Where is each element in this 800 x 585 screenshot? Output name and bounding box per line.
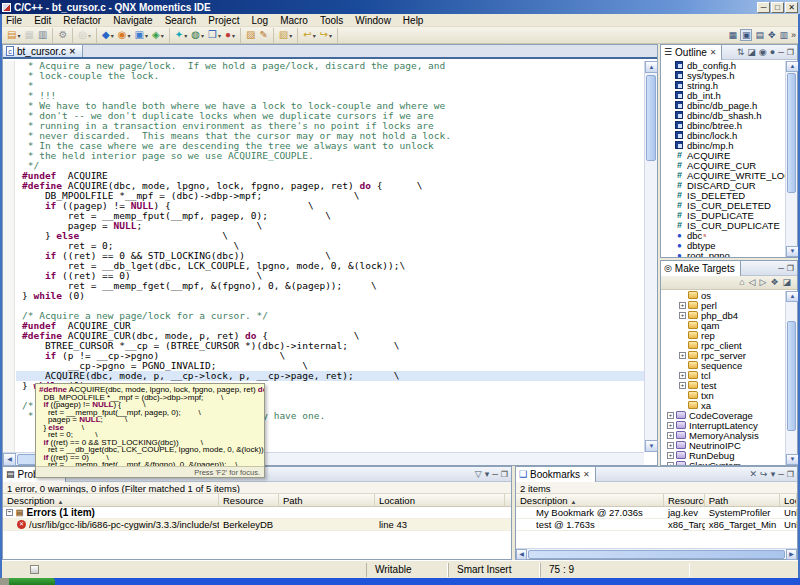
tab-close-icon[interactable]: ✕ [69, 47, 76, 56]
problem-row[interactable]: ✕/usr/lib/gcc-lib/i686-pc-cygwin/3.3.3/i… [3, 519, 511, 531]
close-icon[interactable]: ✕ [583, 470, 590, 479]
expand-icon[interactable]: + [667, 432, 674, 439]
goto-icon[interactable]: ↪ [760, 468, 768, 481]
dropdown-icon[interactable]: ▾ [289, 32, 292, 39]
dropdown-icon[interactable]: ▾ [184, 32, 187, 39]
make-target-SlowSystem[interactable]: +SlowSystem [661, 460, 797, 465]
make-target-RunDebug[interactable]: +RunDebug [661, 450, 797, 460]
outline-item-dbinc_btree.h[interactable]: dbinc/btree.h [661, 120, 797, 130]
outline-item-IS_CUR_DELETED[interactable]: #IS_CUR_DELETED [661, 200, 797, 210]
expand-icon[interactable]: + [679, 302, 686, 309]
debug-button[interactable]: ◆▾ [100, 28, 116, 42]
dropdown-icon[interactable]: ▾ [145, 32, 148, 39]
dropdown-icon[interactable]: ▾ [313, 32, 316, 39]
expand-icon[interactable]: + [679, 382, 686, 389]
scroll-thumb[interactable] [646, 75, 656, 161]
outline-scrollbar[interactable]: ▲ ▼ [785, 61, 797, 257]
outline-item-dbtype[interactable]: ●dbtype [661, 240, 797, 250]
expand-icon[interactable]: + [679, 352, 686, 359]
collapse-icon[interactable]: − [6, 509, 13, 516]
editor-tab-bt_cursor[interactable]: c bt_cursor.c ✕ [3, 45, 83, 57]
new-wizard-button[interactable]: ▤▾ [5, 28, 22, 42]
expand-icon[interactable]: + [667, 422, 674, 429]
minimize-view-icon[interactable]: ─ [778, 48, 784, 57]
perspective-cc[interactable]: ▣ [740, 29, 753, 41]
make-target-php_db4[interactable]: +php_db4 [661, 310, 797, 320]
bookmarks-column-location[interactable]: Location [780, 494, 797, 506]
scroll-up-icon[interactable]: ▲ [645, 61, 658, 73]
dropdown-icon[interactable]: ▾ [128, 32, 131, 39]
back-icon[interactable]: ◁ [749, 276, 756, 289]
minimize-button[interactable]: ─ [757, 2, 770, 13]
bookmark-row[interactable]: test @ 1.763sx86_Targ...x86_Target_MinUn… [516, 519, 797, 531]
make-target-tcl[interactable]: +tcl [661, 370, 797, 380]
outline-item-dbinc_lock.h[interactable]: dbinc/lock.h [661, 130, 797, 140]
outline-item-dbinc_db_shash.h[interactable]: dbinc/db_shash.h [661, 110, 797, 120]
open-resource-button[interactable]: ▨ [244, 28, 257, 42]
menu-file[interactable]: File [0, 15, 28, 26]
menu-log[interactable]: Log [245, 15, 274, 26]
bookmarks-column-description[interactable]: Description▲ [516, 494, 664, 506]
outline-item-IS_DUPLICATE[interactable]: #IS_DUPLICATE [661, 210, 797, 220]
run-button[interactable]: ◉▾ [116, 28, 133, 42]
outline-item-dbinc_mp.h[interactable]: dbinc/mp.h [661, 140, 797, 150]
outline-item-sys_types.h[interactable]: sys/types.h [661, 70, 797, 80]
fast-view-icon[interactable] [30, 565, 39, 574]
outline-tab[interactable]: ☰ Outline ✕ [661, 45, 722, 60]
sort-icon[interactable]: ⇅ [737, 46, 745, 59]
profiler-button[interactable]: ◍▾ [189, 28, 206, 42]
scroll-down-icon[interactable]: ▼ [645, 440, 658, 452]
outline-item-root_pgno[interactable]: ●root_pgno [661, 250, 797, 257]
perspective-more[interactable]: » [791, 30, 796, 40]
outline-item-ACQUIRE_WRITE_LOCK[interactable]: #ACQUIRE_WRITE_LOCK [661, 170, 797, 180]
bookmarks-column-path[interactable]: Path [705, 494, 780, 506]
bookmark-button[interactable]: ▧▾ [277, 28, 294, 42]
menu-navigate[interactable]: Navigate [107, 15, 158, 26]
make-targets-tab[interactable]: ◎ Make Targets [661, 261, 741, 276]
problems-error-group[interactable]: −▤Errors (1 item) [3, 507, 511, 519]
menu-refactor[interactable]: Refactor [57, 15, 107, 26]
close-icon[interactable]: ✕ [710, 48, 717, 57]
make-target-NeutrinoIPC[interactable]: +NeutrinoIPC [661, 440, 797, 450]
bookmarks-tab[interactable]: ❑ Bookmarks ✕ [516, 467, 596, 482]
memory-analysis-button[interactable]: ●▾ [223, 28, 237, 42]
make-target-InterruptLatency[interactable]: +InterruptLatency [661, 420, 797, 430]
make-target-perl[interactable]: +perl [661, 300, 797, 310]
hide-static-icon[interactable]: ◉ [759, 46, 767, 59]
problems-column-resource[interactable]: Resource [219, 494, 279, 506]
make-target-test[interactable]: +test [661, 380, 797, 390]
menu-edit[interactable]: Edit [28, 15, 57, 26]
make-target-rpc_client[interactable]: rpc_client [661, 340, 797, 350]
scroll-thumb[interactable] [787, 73, 796, 193]
maximize-button[interactable]: □ [771, 2, 784, 13]
maximize-view-icon[interactable]: ❐ [501, 470, 508, 479]
menu-search[interactable]: Search [159, 15, 203, 26]
outline-item-DISCARD_CUR[interactable]: #DISCARD_CUR [661, 180, 797, 190]
dropdown-icon[interactable]: ▾ [232, 32, 235, 39]
outline-item-ACQUIRE_CUR[interactable]: #ACQUIRE_CUR [661, 160, 797, 170]
delete-icon[interactable]: ✕ [750, 468, 758, 481]
make-target-CodeCoverage[interactable]: +CodeCoverage [661, 410, 797, 420]
forward-icon[interactable]: ▷ [759, 276, 766, 289]
menu-macro[interactable]: Macro [274, 15, 314, 26]
expand-icon[interactable]: + [667, 412, 674, 419]
dropdown-icon[interactable]: ▾ [17, 32, 20, 39]
back-button[interactable]: ↩▾ [301, 28, 317, 42]
build-button[interactable]: ⚙ [56, 28, 69, 42]
expand-icon[interactable]: + [679, 312, 686, 319]
make-target-qam[interactable]: qam [661, 320, 797, 330]
maximize-view-icon[interactable]: ❐ [787, 48, 794, 57]
perspective-debug[interactable]: ▤ [754, 30, 765, 40]
expand-icon[interactable]: + [667, 462, 674, 466]
minimize-view-icon[interactable]: ─ [492, 470, 498, 479]
dropdown-icon[interactable]: ▾ [329, 32, 332, 39]
hide-nonpublic-icon[interactable]: ● [770, 46, 775, 59]
outline-item-ACQUIRE[interactable]: #ACQUIRE [661, 150, 797, 160]
maximize-view-icon[interactable]: ❐ [787, 264, 794, 273]
expand-icon[interactable]: + [667, 452, 674, 459]
dropdown-icon[interactable]: ▾ [111, 32, 114, 39]
filter-icon[interactable]: ▽ [475, 468, 482, 481]
close-button[interactable]: ✕ [785, 2, 798, 13]
bookmarks-horizontal-scrollbar[interactable]: ◀ ▶ [516, 548, 797, 559]
build-target-icon[interactable]: ❖ [770, 276, 778, 289]
